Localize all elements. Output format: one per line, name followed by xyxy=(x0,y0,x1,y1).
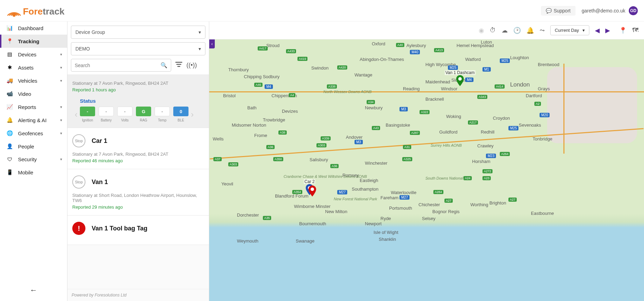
sidebar-item-dashboard[interactable]: 📊 Dashboard xyxy=(0,21,67,35)
device-card[interactable]: Stop Van 1 Stationary at Short Road, Lon… xyxy=(67,169,209,216)
broadcast-icon[interactable]: ((•)) xyxy=(186,62,197,69)
device-group-select[interactable]: Device Group ▾ xyxy=(71,26,205,39)
map-city-label: Dorchester xyxy=(237,212,259,218)
weather-icon[interactable]: ☁ xyxy=(502,27,508,34)
panel-collapse-handle[interactable]: ‹ xyxy=(209,39,215,48)
device-status-card[interactable]: Stationary at 7 Avon Park, Ringwood, BH2… xyxy=(67,74,209,128)
status-pill: - xyxy=(155,107,170,116)
a-road-shield: A27 xyxy=(444,199,453,203)
map-pin[interactable] xyxy=(309,185,316,197)
locate-icon[interactable]: 📍 xyxy=(619,27,627,34)
map-area: ◉ ⏱ ☁ 🕑 🔔 ⤳ Current Day ▾ ◀ ▶ 📍 🗺 ‹ Lond… xyxy=(209,21,644,301)
person-icon: 👤 xyxy=(6,143,13,149)
a-road-shield: A433 xyxy=(286,49,296,53)
search-input[interactable] xyxy=(75,63,160,68)
sidebar-item-label: Geofences xyxy=(18,130,43,136)
map-park-label: South Downs National Park xyxy=(425,176,467,180)
status-next-arrow[interactable]: › xyxy=(188,110,196,119)
motorway-shield: M23 xyxy=(486,154,496,158)
motorway-shield: M3 xyxy=(355,140,363,144)
status-prev-arrow[interactable]: ‹ xyxy=(72,110,80,119)
support-button[interactable]: 💬 Support xyxy=(541,6,576,16)
route-icon[interactable]: ⤳ xyxy=(540,27,545,34)
a-road-shield: A339 xyxy=(321,136,331,140)
motorway-shield: M3 xyxy=(399,107,408,111)
a-road-shield: A4 xyxy=(289,93,295,97)
a-road-shield: A325 xyxy=(402,157,412,161)
sidebar-item-assets[interactable]: ✱ Assets ▾ xyxy=(0,61,67,74)
device-panel: Device Group ▾ DEMO ▾ 🔍 ((•)) Stationary… xyxy=(67,21,209,301)
device-group-value: DEMO xyxy=(75,46,90,52)
map-city-label: Selsey xyxy=(422,216,435,221)
map-city-label: Sevenoaks xyxy=(519,122,541,128)
map-park-label: New Forest National Park xyxy=(334,197,375,201)
next-day-button[interactable]: ▶ xyxy=(605,27,610,34)
device-location: Stationary at 7 Avon Park, Ringwood, BH2… xyxy=(72,152,204,157)
map-city-label: Reading xyxy=(403,86,420,91)
sidebar-item-people[interactable]: 👤 People xyxy=(0,140,67,153)
device-card[interactable]: Stop Car 1 Stationary at 7 Avon Park, Ri… xyxy=(67,128,209,169)
device-location: Stationary at 7 Avon Park, Ringwood, BH2… xyxy=(72,81,204,86)
search-icon[interactable]: 🔍 xyxy=(160,62,167,69)
panel-footer: Powered by Foresolutions Ltd xyxy=(67,289,209,301)
map-canvas[interactable]: LondonOxfordStroudSwindonThornburyBristo… xyxy=(209,39,644,301)
user-menu[interactable]: gareth@demo.co.uk GD xyxy=(582,6,638,15)
device-card[interactable]: ! Van 1 Tool bag Tag xyxy=(67,216,209,245)
map-park-label: North Wessex Downs AONB xyxy=(323,90,365,94)
tachometer-icon: 📊 xyxy=(6,25,13,31)
a-road-shield: A272 xyxy=(482,169,493,173)
map-city-label: Yeovil xyxy=(221,181,233,186)
sidebar-item-alerting-ai[interactable]: 🔔 Alerting & AI ▾ xyxy=(0,113,67,127)
status-pill: G xyxy=(136,107,151,116)
device-location: Stationary at Short Road, London Heathro… xyxy=(72,193,204,203)
map-city-label: Eastleigh xyxy=(360,178,378,183)
a-road-shield: A35 xyxy=(263,216,271,220)
a-road-shield: A24 xyxy=(463,176,472,180)
map-city-label: Wantage xyxy=(355,72,372,77)
chevron-down-icon: ▾ xyxy=(60,157,62,162)
chevron-down-icon: ▾ xyxy=(60,65,62,70)
sidebar-item-security[interactable]: 🛡 Security ▾ xyxy=(0,153,67,166)
speed-icon[interactable]: ⏱ xyxy=(490,27,496,34)
sidebar-item-devices[interactable]: ▤ Devices ▾ xyxy=(0,48,67,61)
map-city-label: Bath xyxy=(247,105,257,110)
status-title: Status xyxy=(80,98,204,104)
video-feed-icon[interactable]: ◉ xyxy=(479,27,484,34)
map-layers-icon[interactable]: 🗺 xyxy=(632,27,638,34)
map-city-label: Grays xyxy=(538,86,550,91)
map-pin-label: Van 1 Dashcam xyxy=(445,70,476,75)
map-city-label: Salisbury xyxy=(310,157,328,162)
device-name: Van 1 Tool bag Tag xyxy=(92,225,147,232)
a-road-shield: A343 xyxy=(477,95,487,99)
sidebar-item-label: Security xyxy=(18,156,37,162)
user-email: gareth@demo.co.uk xyxy=(582,8,625,13)
prev-day-button[interactable]: ◀ xyxy=(595,27,600,34)
asset-icon: ✱ xyxy=(6,64,13,71)
clock-icon[interactable]: 🕑 xyxy=(513,27,521,34)
device-group-value-select[interactable]: DEMO ▾ xyxy=(71,42,205,55)
map-city-label: Tonbridge xyxy=(533,136,552,142)
sidebar-collapse-button[interactable]: ← xyxy=(0,286,67,295)
sidebar-item-video[interactable]: 📹 Video xyxy=(0,87,67,100)
motorway-shield: M20 xyxy=(540,113,550,117)
motorway-shield: M25 xyxy=(448,65,458,70)
map-city-label: Watford xyxy=(465,57,481,62)
device-reported: Reported 46 minutes ago xyxy=(72,158,204,163)
map-city-label: Loughton xyxy=(510,55,529,60)
sidebar-item-geofences[interactable]: 🌐 Geofences ▾ xyxy=(0,127,67,140)
bell-icon[interactable]: 🔔 xyxy=(526,27,534,34)
sidebar-item-label: Dashboard xyxy=(18,25,43,31)
map-city-label: Crawley xyxy=(477,143,494,148)
sidebar-item-vehicles[interactable]: 🚚 Vehicles ▾ xyxy=(0,74,67,87)
map-city-label: Ryde xyxy=(380,216,391,221)
map-pin-label: Car 2 xyxy=(304,179,315,184)
sidebar-item-mobile[interactable]: 📱 Mobile xyxy=(0,166,67,179)
date-range-select[interactable]: Current Day ▾ xyxy=(550,25,589,35)
chevron-down-icon: ▾ xyxy=(60,105,62,109)
map-pin[interactable] xyxy=(456,75,464,86)
globe-icon: 🌐 xyxy=(6,130,13,136)
motorway-shield: M25 xyxy=(508,126,518,130)
filter-icon[interactable] xyxy=(175,61,182,69)
sidebar-item-reports[interactable]: 📈 Reports ▾ xyxy=(0,100,67,113)
sidebar-item-tracking[interactable]: 📍 Tracking xyxy=(0,35,67,48)
